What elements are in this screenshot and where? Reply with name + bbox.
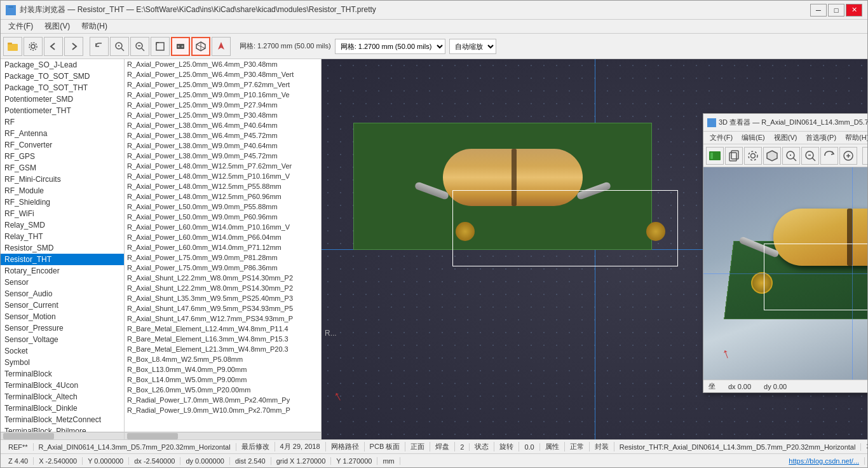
fp-item[interactable]: R_Axial_Power_L25.0mm_W9.0mm_P7.62mm_Ver… bbox=[125, 79, 321, 90]
lib-hscroll[interactable] bbox=[1, 432, 124, 439]
forward-button[interactable] bbox=[64, 37, 83, 56]
lib-item[interactable]: RF bbox=[1, 116, 124, 128]
fp-item[interactable]: R_Axial_Power_L50.0mm_W9.0mm_P55.88mm bbox=[125, 202, 321, 212]
lib-item[interactable]: Package_TO_SOT_SMD bbox=[1, 71, 124, 82]
fp-list[interactable]: R_Axial_Power_L25.0mm_W6.4mm_P30.48mm R_… bbox=[125, 59, 321, 432]
fp-item[interactable]: R_Axial_Power_L38.0mm_W9.0mm_P40.64mm bbox=[125, 141, 321, 151]
viewer-rotate-button[interactable] bbox=[820, 147, 838, 165]
back-button[interactable] bbox=[44, 37, 63, 56]
lib-item[interactable]: Sensor_Audio bbox=[1, 288, 124, 299]
fp-item[interactable]: R_Axial_Power_L38.0mm_W6.4mm_P40.64mm bbox=[125, 120, 321, 130]
undo-button[interactable] bbox=[90, 37, 109, 56]
viewer-menu-prefs[interactable]: 首选项(P) bbox=[802, 132, 840, 143]
zoom-fit-button[interactable] bbox=[151, 37, 170, 56]
maximize-button[interactable]: □ bbox=[828, 4, 844, 17]
fp-item[interactable]: R_Box_L14.0mm_W5.0mm_P9.00mm bbox=[125, 375, 321, 385]
lib-item[interactable]: Sensor_Voltage bbox=[1, 334, 124, 345]
lib-item[interactable]: TerminalBlock_MetzConnect bbox=[1, 414, 124, 425]
viewer-pcb-button[interactable] bbox=[706, 147, 724, 165]
fp-hscroll-thumb[interactable] bbox=[127, 433, 178, 439]
lib-item[interactable]: Potentiometer_SMD bbox=[1, 93, 124, 105]
fp-item[interactable]: R_Bare_Metal_Element_L16.3mm_W4.8mm_P15.… bbox=[125, 334, 321, 344]
fp-item[interactable]: R_Radial_Power_L7.0mm_W8.0mm_Px2.40mm_Py bbox=[125, 395, 321, 405]
canvas-area[interactable]: 2mm_Horizontal R... ↑ 3D 查看器 — R_Axial_D… bbox=[322, 59, 867, 439]
minimize-button[interactable]: ─ bbox=[810, 4, 827, 17]
lib-item[interactable]: TerminalBlock_Altech bbox=[1, 391, 124, 403]
lib-item[interactable]: TerminalBlock bbox=[1, 368, 124, 380]
fp-hscroll[interactable] bbox=[125, 432, 321, 439]
fp-item[interactable]: R_Axial_Shunt_L35.3mm_W9.5mm_PS25.40mm_P… bbox=[125, 293, 321, 303]
lib-item[interactable]: RF_WiFi bbox=[1, 208, 124, 219]
lib-item[interactable]: RF_Antenna bbox=[1, 128, 124, 139]
lib-item[interactable]: TerminalBlock_Philmore bbox=[1, 425, 124, 432]
viewer-menu-view[interactable]: 视图(V) bbox=[770, 132, 801, 143]
fp-item[interactable]: R_Axial_Power_L38.0mm_W9.0mm_P45.72mm bbox=[125, 151, 321, 161]
pin-button[interactable] bbox=[212, 37, 231, 56]
3d-view-button[interactable] bbox=[191, 37, 210, 56]
lib-item[interactable]: Relay_THT bbox=[1, 231, 124, 242]
viewer-xc-button[interactable]: XC bbox=[862, 147, 867, 165]
lib-item[interactable]: Rotary_Encoder bbox=[1, 265, 124, 277]
close-button[interactable]: ✕ bbox=[846, 4, 862, 17]
fp-item[interactable]: R_Box_L8.4mm_W2.5mm_P5.08mm bbox=[125, 354, 321, 364]
viewer-copy-button[interactable] bbox=[725, 147, 743, 165]
lib-item[interactable]: RF_GPS bbox=[1, 151, 124, 162]
fp-item[interactable]: R_Box_L26.0mm_W5.0mm_P20.00mm bbox=[125, 385, 321, 395]
fp-item[interactable]: R_Bare_Metal_Element_L12.4mm_W4.8mm_P11.… bbox=[125, 324, 321, 334]
lib-list[interactable]: Package_SO_J-Lead Package_TO_SOT_SMD Pac… bbox=[1, 59, 124, 432]
lib-item[interactable]: Sensor_Pressure bbox=[1, 322, 124, 334]
lib-item[interactable]: Relay_SMD bbox=[1, 219, 124, 231]
fp-item[interactable]: R_Axial_Shunt_L22.2mm_W8.0mm_PS14.30mm_P… bbox=[125, 283, 321, 293]
lib-item[interactable]: Sensor_Motion bbox=[1, 311, 124, 322]
lib-item-selected[interactable]: Resistor_THT bbox=[1, 254, 124, 265]
zoom-in-button[interactable] bbox=[110, 37, 129, 56]
fp-item[interactable]: R_Axial_Power_L25.0mm_W6.4mm_P30.48mm_Ve… bbox=[125, 69, 321, 79]
zoom-select[interactable]: 自动缩放 bbox=[449, 39, 496, 54]
viewer-settings-button[interactable] bbox=[744, 147, 762, 165]
fp-item[interactable]: R_Bare_Metal_Element_L21.3mm_W4.8mm_P20.… bbox=[125, 344, 321, 354]
fp-item[interactable]: R_Axial_Power_L48.0mm_W12.5mm_P60.96mm bbox=[125, 191, 321, 202]
fp-item[interactable]: R_Axial_Power_L60.0mm_W14.0mm_P10.16mm_V bbox=[125, 222, 321, 232]
lib-item[interactable]: Sensor_Current bbox=[1, 299, 124, 311]
lib-item[interactable]: Potentiometer_THT bbox=[1, 105, 124, 116]
lib-item[interactable]: RF_Shielding bbox=[1, 196, 124, 208]
fp-item[interactable]: R_Axial_Power_L60.0mm_W14.0mm_P66.04mm bbox=[125, 232, 321, 242]
lib-item[interactable]: RF_Mini-Circuits bbox=[1, 174, 124, 185]
lib-item[interactable]: RF_GSM bbox=[1, 162, 124, 174]
component-view-button[interactable] bbox=[171, 37, 190, 56]
info-link[interactable]: https://blog.csdn.net/... bbox=[783, 457, 865, 465]
lib-item[interactable]: Package_SO_J-Lead bbox=[1, 59, 124, 71]
lib-item[interactable]: Resistor_SMD bbox=[1, 242, 124, 254]
viewer-menu-file[interactable]: 文件(F) bbox=[706, 132, 736, 143]
fp-item[interactable]: R_Axial_Power_L25.0mm_W9.0mm_P30.48mm bbox=[125, 110, 321, 120]
fp-item[interactable]: R_Axial_Power_L75.0mm_W9.0mm_P81.28mm bbox=[125, 252, 321, 263]
fp-item[interactable]: R_Axial_Power_L48.0mm_W12.5mm_P55.88mm bbox=[125, 181, 321, 191]
menu-help[interactable]: 帮助(H) bbox=[76, 20, 112, 33]
lib-item[interactable]: TerminalBlock_Dinkle bbox=[1, 403, 124, 414]
lib-item[interactable]: TerminalBlock_4Ucon bbox=[1, 380, 124, 391]
viewer-3d-button[interactable] bbox=[763, 147, 781, 165]
fp-item[interactable]: R_Axial_Power_L60.0mm_W14.0mm_P71.12mm bbox=[125, 242, 321, 252]
lib-hscroll-thumb[interactable] bbox=[3, 433, 54, 439]
fp-item[interactable]: R_Axial_Shunt_L47.6mm_W9.5mm_PS34.93mm_P… bbox=[125, 303, 321, 313]
lib-item[interactable]: Package_TO_SOT_THT bbox=[1, 82, 124, 93]
fp-item[interactable]: R_Axial_Shunt_L22.2mm_W8.0mm_PS14.30mm_P… bbox=[125, 273, 321, 283]
fp-item[interactable]: R_Axial_Power_L50.0mm_W9.0mm_P60.96mm bbox=[125, 212, 321, 222]
grid-select[interactable]: 网格: 1.2700 mm (50.00 mils) bbox=[335, 39, 445, 54]
fp-item[interactable]: R_Box_L13.0mm_W4.0mm_P9.00mm bbox=[125, 364, 321, 375]
zoom-out-button[interactable] bbox=[130, 37, 149, 56]
viewer-zoom-in-button[interactable] bbox=[782, 147, 800, 165]
settings-button[interactable] bbox=[24, 37, 43, 56]
lib-item[interactable]: Sensor bbox=[1, 277, 124, 288]
fp-item[interactable]: R_Radial_Power_L9.0mm_W10.0mm_Px2.70mm_P bbox=[125, 405, 321, 415]
viewer-zoom-out-button[interactable] bbox=[801, 147, 819, 165]
fp-item[interactable]: R_Axial_Power_L48.0mm_W12.5mm_P10.16mm_V bbox=[125, 171, 321, 181]
fp-item[interactable]: R_Axial_Power_L25.0mm_W6.4mm_P30.48mm bbox=[125, 59, 321, 69]
fp-item[interactable]: R_Axial_Power_L75.0mm_W9.0mm_P86.36mm bbox=[125, 263, 321, 273]
fp-item[interactable]: R_Axial_Power_L25.0mm_W9.0mm_P10.16mm_Ve bbox=[125, 90, 321, 100]
fp-item[interactable]: R_Axial_Shunt_L47.6mm_W12.7mm_PS34.93mm_… bbox=[125, 313, 321, 324]
open-button[interactable] bbox=[3, 37, 22, 56]
lib-item[interactable]: RF_Module bbox=[1, 185, 124, 196]
fp-item[interactable]: R_Axial_Power_L38.0mm_W6.4mm_P45.72mm bbox=[125, 130, 321, 141]
menu-file[interactable]: 文件(F) bbox=[3, 20, 38, 33]
